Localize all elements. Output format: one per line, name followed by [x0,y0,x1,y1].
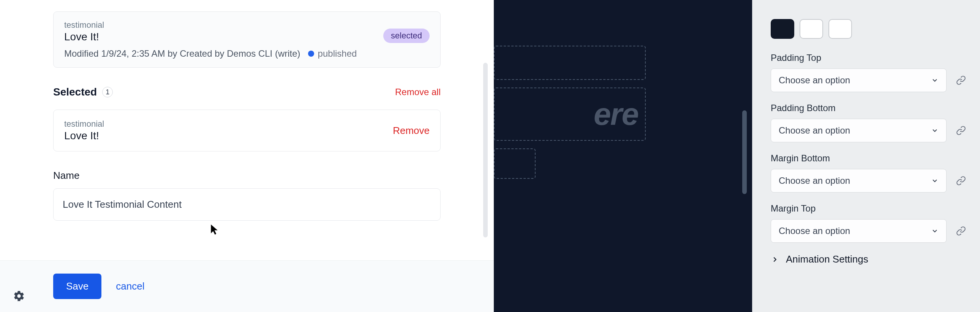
selected-item-title: Love It! [64,130,104,142]
canvas-scrollbar-thumb[interactable] [742,110,747,194]
result-meta-row: Modified 1/9/24, 2:35 AM by Created by D… [64,48,430,59]
link-values-button[interactable] [953,123,969,138]
link-icon [956,176,966,186]
selected-heading: Selected 1 [53,86,113,98]
prop-padding-top: Padding Top Choose an option [771,53,969,92]
prop-padding-bottom: Padding Bottom Choose an option [771,103,969,142]
swatch-light[interactable] [829,19,852,39]
chevron-right-icon [771,255,779,264]
animation-settings-accordion[interactable]: Animation Settings [771,253,969,265]
gear-icon [13,290,25,302]
select-value: Choose an option [779,75,850,86]
search-result-card[interactable]: testimonial Love It! Modified 1/9/24, 2:… [53,11,441,68]
link-icon [956,75,966,85]
selected-count-badge: 1 [102,87,113,98]
save-button[interactable]: Save [53,274,102,299]
link-values-button[interactable] [953,73,969,88]
prop-label: Margin Top [771,203,969,214]
selected-item-tag: testimonial [64,119,104,129]
swatch-light[interactable] [800,19,823,39]
link-values-button[interactable] [953,223,969,238]
chevron-down-icon [931,127,939,134]
chevron-down-icon [931,77,939,84]
cancel-button[interactable]: cancel [116,280,144,292]
select-value: Choose an option [779,125,850,136]
canvas-heading-placeholder: ere [494,88,646,141]
result-modified-meta: Modified 1/9/24, 2:35 AM by Created by D… [64,48,301,59]
link-values-button[interactable] [953,173,969,188]
placeholder-block[interactable] [494,46,646,80]
selected-heading-text: Selected [53,86,97,98]
prop-label: Padding Top [771,53,969,63]
modal-scrollbar[interactable] [483,19,488,237]
swatch-dark[interactable] [771,19,794,39]
modal-footer: Save cancel [0,260,494,312]
link-icon [956,226,966,236]
selected-badge: selected [383,29,430,43]
selected-item-card: testimonial Love It! Remove [53,110,441,152]
chevron-down-icon [931,177,939,184]
accordion-label: Animation Settings [786,253,868,265]
selected-item-left: testimonial Love It! [64,119,104,142]
modal-body: testimonial Love It! Modified 1/9/24, 2:… [0,0,494,260]
prop-margin-bottom: Margin Bottom Choose an option [771,153,969,192]
selected-section-header: Selected 1 Remove all [53,86,441,98]
properties-panel: Padding Top Choose an option Padding Bot… [752,0,980,312]
settings-gear-button[interactable] [11,288,27,304]
chevron-down-icon [931,227,939,235]
name-input[interactable] [53,188,441,221]
result-title: Love It! [64,31,430,43]
result-type-tag: testimonial [64,20,430,30]
canvas-preview: ere [494,0,752,312]
status-dot-icon [308,51,314,57]
select-value: Choose an option [779,226,850,236]
prop-margin-top: Margin Top Choose an option [771,203,969,243]
content-modal: testimonial Love It! Modified 1/9/24, 2:… [0,0,494,312]
link-icon [956,126,966,136]
padding-top-select[interactable]: Choose an option [771,69,947,92]
background-swatch-row [771,19,969,39]
result-status: published [308,48,357,59]
placeholder-block[interactable] [494,149,536,179]
margin-top-select[interactable]: Choose an option [771,219,947,243]
remove-all-link[interactable]: Remove all [395,87,441,98]
margin-bottom-select[interactable]: Choose an option [771,169,947,192]
select-value: Choose an option [779,175,850,186]
padding-bottom-select[interactable]: Choose an option [771,119,947,142]
scrollbar-thumb[interactable] [483,63,488,237]
prop-label: Padding Bottom [771,103,969,114]
status-label: published [318,48,357,59]
prop-label: Margin Bottom [771,153,969,163]
remove-item-link[interactable]: Remove [393,125,430,137]
name-field-label: Name [53,170,441,181]
